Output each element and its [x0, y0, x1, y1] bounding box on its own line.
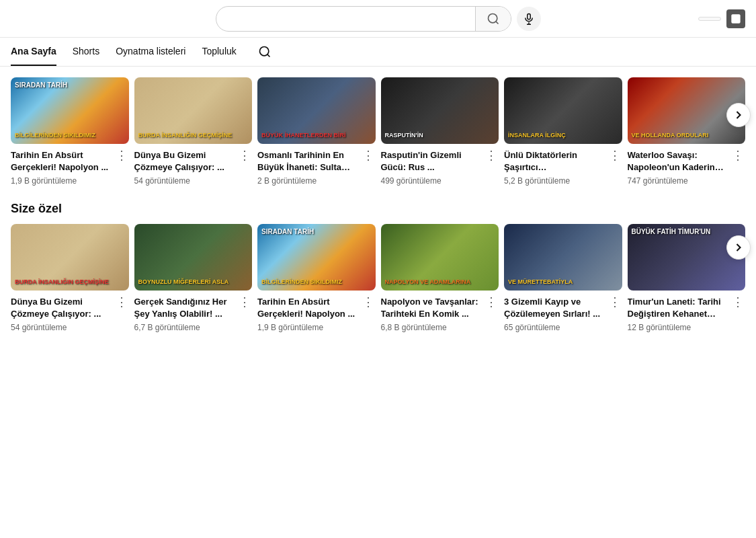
- svg-rect-5: [731, 14, 740, 23]
- video-details: Osmanlı Tarihinin En Büyük İhaneti: Sult…: [257, 149, 355, 186]
- video-card[interactable]: BURDA İNSANLIĞIN GEÇMİŞİNE Dünya Bu Gize…: [11, 224, 129, 332]
- video-views: 54 görüntüleme: [11, 323, 109, 332]
- video-card[interactable]: SIRADAN TARİH BİLGİLERİNDEN SIKILDIMIZ T…: [11, 77, 129, 186]
- section-title-size-ozel: Size özel: [11, 202, 745, 216]
- video-title: Waterloo Savaşı: Napoleon'un Kaderini ..…: [628, 149, 726, 174]
- video-views: 65 görüntüleme: [504, 323, 602, 332]
- mic-icon: [523, 13, 535, 25]
- video-info: Dünya Bu Gizemi Çözmeye Çalışıyor: ... 5…: [134, 149, 253, 186]
- svg-line-1: [495, 21, 498, 24]
- video-views: 6,7 B görüntüleme: [134, 323, 233, 332]
- video-menu-button[interactable]: ⋮: [114, 296, 129, 308]
- video-menu-button[interactable]: ⋮: [361, 296, 376, 308]
- video-menu-button[interactable]: ⋮: [607, 149, 622, 161]
- chevron-right-icon-2: [732, 241, 745, 254]
- video-card[interactable]: BÜYÜK FATİH TİMUR'UN Timur'un Laneti: Ta…: [628, 224, 746, 332]
- search-input[interactable]: [216, 8, 475, 30]
- video-grid-first: SIRADAN TARİH BİLGİLERİNDEN SIKILDIMIZ T…: [11, 77, 745, 186]
- video-menu-button[interactable]: ⋮: [730, 149, 745, 161]
- svg-line-7: [267, 54, 270, 57]
- video-details: Dünya Bu Gizemi Çözmeye Çalışıyor: ... 5…: [134, 149, 233, 186]
- avatar[interactable]: [726, 9, 745, 28]
- nav-item-shorts[interactable]: Shorts: [73, 38, 99, 66]
- video-info: Ünlü Diktatörlerin Şaşırtıcı Alışkanlıkl…: [504, 149, 622, 186]
- thumb-text-top: BÜYÜK FATİH TİMUR'UN: [632, 228, 711, 236]
- video-title: Timur'un Laneti: Tarihi Değiştiren Kehan…: [628, 296, 726, 320]
- video-views: 1,9 B görüntüleme: [257, 323, 355, 332]
- thumbnail: SIRADAN TARİH BİLGİLERİNDEN SIKILDIMIZ: [257, 224, 376, 291]
- chevron-right-icon: [732, 108, 745, 122]
- thumb-text-top: SIRADAN TARİH: [15, 81, 67, 89]
- thumbnail: BURDA İNSANLIĞIN GEÇMİŞİNE: [134, 77, 253, 144]
- nav-search-button[interactable]: [253, 40, 277, 64]
- video-details: Napolyon ve Tavşanlar: Tarihteki En Komi…: [381, 296, 479, 332]
- video-menu-button[interactable]: ⋮: [361, 149, 376, 161]
- nav-item-oynatma-listeleri[interactable]: Oynatma listeleri: [116, 38, 185, 66]
- header: [0, 0, 756, 38]
- video-title: 3 Gizemli Kayıp ve Çözülemeyen Sırları! …: [504, 296, 602, 320]
- video-details: 3 Gizemli Kayıp ve Çözülemeyen Sırları! …: [504, 296, 602, 332]
- video-details: Ünlü Diktatörlerin Şaşırtıcı Alışkanlıkl…: [504, 149, 602, 186]
- video-details: Tarihin En Absürt Gerçekleri! Napolyon .…: [257, 296, 355, 332]
- thumb-text-bottom: İNSANLARA İLGİNÇ: [508, 132, 618, 140]
- video-details: Dünya Bu Gizemi Çözmeye Çalışıyor: ... 5…: [11, 296, 109, 332]
- video-details: Gerçek Sandığınız Her Şey Yanlış Olabili…: [134, 296, 233, 332]
- video-card[interactable]: RASPUTİN'İN Rasputin'in Gizemli Gücü: Ru…: [381, 77, 499, 186]
- next-arrow-first[interactable]: [726, 103, 751, 127]
- thumb-text-bottom: RASPUTİN'İN: [385, 132, 495, 140]
- video-menu-button[interactable]: ⋮: [607, 296, 622, 308]
- video-details: Timur'un Laneti: Tarihi Değiştiren Kehan…: [628, 296, 726, 332]
- video-card[interactable]: BÜYÜK İHANETLERDEN BİRİ Osmanlı Tarihini…: [257, 77, 376, 186]
- video-menu-button[interactable]: ⋮: [237, 149, 252, 161]
- video-menu-button[interactable]: ⋮: [237, 296, 252, 308]
- thumb-text-bottom: VE HOLLANDA ORDULARI: [632, 132, 742, 140]
- nav: Ana Sayfa Shorts Oynatma listeleri Toplu…: [0, 38, 756, 67]
- video-card[interactable]: BOYNUZLU MİĞFERLERİ ASLA Gerçek Sandığın…: [134, 224, 253, 332]
- svg-point-0: [488, 13, 497, 22]
- main-content: SIRADAN TARİH BİLGİLERİNDEN SIKILDIMIZ T…: [0, 67, 756, 359]
- thumbnail: VE MÜRETTEBATİYLA: [504, 224, 622, 291]
- video-views: 499 görüntüleme: [381, 176, 479, 186]
- video-card[interactable]: İNSANLARA İLGİNÇ Ünlü Diktatörlerin Şaşı…: [504, 77, 622, 186]
- video-details: Waterloo Savaşı: Napoleon'un Kaderini ..…: [628, 149, 726, 186]
- video-details: Rasputin'in Gizemli Gücü: Rus ... 499 gö…: [381, 149, 479, 186]
- video-title: Osmanlı Tarihinin En Büyük İhaneti: Sult…: [257, 149, 355, 174]
- next-arrow-size-ozel[interactable]: [726, 235, 751, 260]
- thumb-text-bottom: BİLGİLERİNDEN SIKILDIMIZ: [261, 278, 372, 286]
- nav-item-ana-sayfa[interactable]: Ana Sayfa: [11, 38, 56, 66]
- thumb-text-top: SIRADAN TARİH: [261, 228, 314, 236]
- video-title: Rasputin'in Gizemli Gücü: Rus ...: [381, 149, 479, 174]
- search-icon: [487, 12, 500, 26]
- header-right: [698, 9, 745, 28]
- video-info: Osmanlı Tarihinin En Büyük İhaneti: Sult…: [257, 149, 376, 186]
- nav-item-topluluk[interactable]: Topluluk: [202, 38, 236, 66]
- mic-button[interactable]: [517, 7, 541, 31]
- video-menu-button[interactable]: ⋮: [484, 296, 499, 308]
- thumbnail: NAPOLYON VE ADAMLARINA: [381, 224, 499, 291]
- nav-search-icon: [258, 45, 271, 59]
- video-menu-button[interactable]: ⋮: [484, 149, 499, 161]
- stats-box: [698, 17, 721, 21]
- video-card[interactable]: BURDA İNSANLIĞIN GEÇMİŞİNE Dünya Bu Gize…: [134, 77, 253, 186]
- video-views: 1,9 B görüntüleme: [11, 176, 109, 186]
- video-details: Tarihin En Absürt Gerçekleri! Napolyon .…: [11, 149, 109, 186]
- video-card[interactable]: SIRADAN TARİH BİLGİLERİNDEN SIKILDIMIZ T…: [257, 224, 376, 332]
- video-info: 3 Gizemli Kayıp ve Çözülemeyen Sırları! …: [504, 296, 622, 332]
- video-menu-button[interactable]: ⋮: [730, 296, 745, 308]
- video-info: Tarihin En Absürt Gerçekleri! Napolyon .…: [257, 296, 376, 332]
- video-card[interactable]: NAPOLYON VE ADAMLARINA Napolyon ve Tavşa…: [381, 224, 499, 332]
- video-menu-button[interactable]: ⋮: [114, 149, 129, 161]
- video-views: 2 B görüntüleme: [257, 176, 355, 186]
- video-info: Tarihin En Absürt Gerçekleri! Napolyon .…: [11, 149, 129, 186]
- video-card[interactable]: VE MÜRETTEBATİYLA 3 Gizemli Kayıp ve Çöz…: [504, 224, 622, 332]
- video-card[interactable]: VE HOLLANDA ORDULARI Waterloo Savaşı: Na…: [628, 77, 746, 186]
- thumb-text-bottom: BOYNUZLU MİĞFERLERİ ASLA: [138, 278, 249, 286]
- svg-rect-2: [527, 13, 530, 19]
- search-button[interactable]: [475, 7, 511, 31]
- app-container: Ana Sayfa Shorts Oynatma listeleri Toplu…: [0, 0, 756, 359]
- video-info: Timur'un Laneti: Tarihi Değiştiren Kehan…: [628, 296, 746, 332]
- video-views: 747 görüntüleme: [628, 176, 726, 186]
- section-size-ozel: Size özel BURDA İNSANLIĞIN GEÇMİŞİNE Dün…: [11, 202, 745, 332]
- thumbnail: BOYNUZLU MİĞFERLERİ ASLA: [134, 224, 253, 291]
- thumb-text-bottom: BİLGİLERİNDEN SIKILDIMIZ: [15, 132, 125, 140]
